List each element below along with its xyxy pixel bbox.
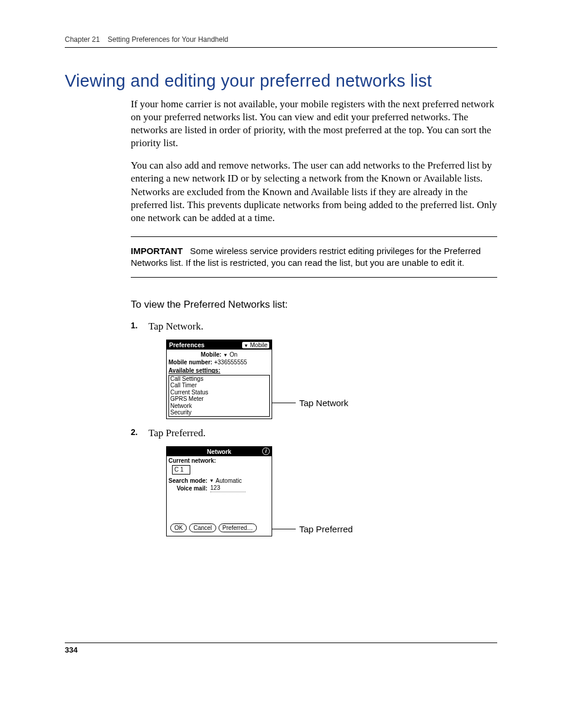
callout-tap-network: Tap Network [299,398,348,408]
list-item[interactable]: Call Settings [170,375,268,383]
chevron-down-icon: ▼ [244,343,249,348]
screen2-titlebar: Network i [167,447,272,456]
mobile-value[interactable]: On [230,351,237,358]
chevron-down-icon[interactable]: ▼ [209,478,214,483]
paragraph-1: If your home carrier is not available, y… [131,98,497,150]
running-header: Chapter 21 Setting Preferences for Your … [65,35,497,48]
important-label: IMPORTANT [131,246,183,256]
callout-tap-preferred: Tap Preferred [299,524,353,534]
network-screen: Network i Current network: C 1 Search mo… [166,446,272,536]
chevron-down-icon[interactable]: ▼ [223,353,228,358]
settings-list: Call Settings Call Timer Current Status … [168,375,270,417]
voicemail-label: Voice mail: [177,485,207,492]
important-note: IMPORTANT Some wireless service provider… [131,236,497,278]
callout-line [272,529,296,529]
step-1-text: Tap Network. [148,321,203,332]
callout-line [272,403,296,403]
preferred-button[interactable]: Preferred… [219,523,257,532]
cancel-button[interactable]: Cancel [189,523,216,532]
preferences-screen: Preferences ▼ Mobile Mobile: ▼ On [166,340,272,419]
screen1-title: Preferences [169,341,204,348]
screen1-category-value: Mobile [250,342,267,348]
voicemail-input[interactable]: 123 [210,485,246,492]
list-item[interactable]: GPRS Meter [170,396,268,403]
screen1-titlebar: Preferences ▼ Mobile [167,340,272,350]
page-number: 334 [65,643,497,654]
search-mode-value[interactable]: Automatic [216,477,242,485]
current-network-value[interactable]: C 1 [172,465,190,475]
section-heading: Viewing and editing your preferred netwo… [65,71,497,91]
chapter-title: Setting Preferences for Your Handheld [108,35,229,44]
screen2-title: Network [207,448,231,455]
step-2-text: Tap Preferred. [148,427,206,439]
mobile-label: Mobile: [201,351,222,358]
available-settings-label: Available settings: [168,367,270,374]
mobile-number-label: Mobile number: [168,359,212,366]
list-item[interactable]: Current Status [170,389,268,396]
current-network-label: Current network: [168,457,270,465]
search-mode-label: Search mode: [168,477,207,485]
important-text: Some wireless service providers restrict… [131,246,481,268]
ok-button[interactable]: OK [170,523,187,532]
list-item[interactable]: Security [170,409,268,416]
info-icon[interactable]: i [262,447,270,455]
screen1-category-dropdown[interactable]: ▼ Mobile [242,342,269,349]
list-item[interactable]: Call Timer [170,382,268,389]
mobile-number-value: +336555555 [214,359,247,366]
list-item-network[interactable]: Network [170,403,268,410]
procedure-title: To view the Preferred Networks list: [131,299,497,311]
chapter-label: Chapter 21 [65,35,100,44]
paragraph-2: You can also add and remove networks. Th… [131,159,497,224]
